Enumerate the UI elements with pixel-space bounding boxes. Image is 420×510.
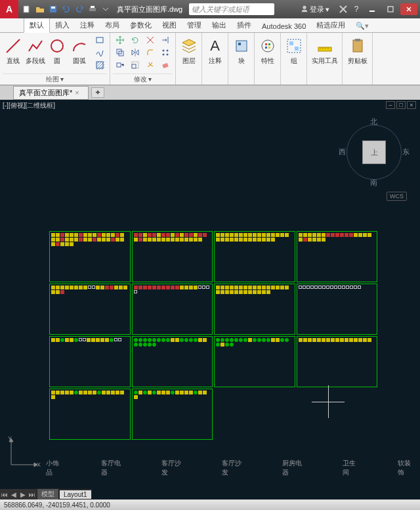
extend-icon[interactable] (158, 34, 173, 46)
layout-next-icon[interactable]: ▶ (18, 490, 28, 499)
new-icon[interactable] (21, 3, 33, 15)
text-button[interactable]: A注释 (205, 34, 225, 66)
layout1-tab[interactable]: Layout1 (59, 490, 92, 499)
tab-manage[interactable]: 管理 (182, 18, 207, 32)
app-logo[interactable]: A (0, 0, 18, 18)
panel-label-draw[interactable]: 绘图 ▾ (3, 74, 107, 85)
polyline-icon (26, 37, 45, 55)
svg-rect-20 (132, 62, 138, 68)
paste-button[interactable]: 剪贴板 (345, 34, 369, 66)
viewcube-face[interactable]: 上 (362, 140, 386, 164)
library-cell[interactable] (297, 336, 378, 387)
rectangle-icon[interactable] (93, 34, 107, 46)
group-icon (285, 37, 303, 55)
layer-button[interactable]: 图层 (178, 34, 199, 66)
fillet-icon[interactable] (143, 47, 158, 58)
category-label: 厨房电器 (282, 459, 303, 477)
viewcube-south[interactable]: 南 (370, 178, 377, 188)
trim-icon[interactable] (143, 34, 158, 46)
block-button[interactable]: 块 (231, 34, 251, 66)
svg-rect-6 (369, 11, 375, 12)
tab-insert[interactable]: 插入 (50, 18, 75, 32)
tab-default[interactable]: 默认 (24, 18, 50, 33)
library-cell[interactable] (132, 231, 213, 282)
utility-button[interactable]: 实用工具 (310, 34, 339, 66)
vp-maximize-icon[interactable]: □ (396, 101, 406, 109)
viewport-label[interactable]: [-][俯视][二维线框] (3, 101, 55, 110)
stretch-icon[interactable] (113, 59, 127, 71)
viewcube-west[interactable]: 西 (339, 147, 346, 157)
tab-parametric[interactable]: 参数化 (125, 18, 157, 32)
explode-icon[interactable] (143, 59, 158, 71)
hatch-icon[interactable] (93, 59, 107, 71)
scale-icon[interactable] (128, 59, 142, 71)
vp-minimize-icon[interactable]: – (386, 101, 395, 109)
close-button[interactable] (400, 3, 417, 15)
close-icon[interactable]: × (75, 89, 83, 96)
library-cell[interactable] (132, 336, 213, 387)
copy-icon[interactable] (113, 47, 127, 58)
polyline-button[interactable]: 多段线 (25, 34, 46, 66)
panel-label-modify[interactable]: 修改 ▾ (113, 74, 173, 85)
move-icon[interactable] (113, 34, 127, 46)
tab-plugins[interactable]: 插件 (232, 18, 257, 32)
print-icon[interactable] (87, 3, 98, 15)
maximize-button[interactable] (382, 3, 399, 15)
mirror-icon[interactable] (128, 47, 142, 58)
spline-icon[interactable] (93, 47, 107, 58)
library-cell[interactable] (297, 231, 378, 282)
help-icon[interactable]: ? (350, 3, 362, 15)
minimize-button[interactable] (364, 3, 381, 15)
document-tab[interactable]: 真平面立面图库* × (13, 86, 89, 100)
layout-prev-icon[interactable]: ◀ (9, 490, 18, 499)
svg-rect-19 (132, 64, 136, 68)
properties-button[interactable]: 特性 (257, 34, 278, 66)
library-cell[interactable] (214, 336, 295, 387)
library-cell[interactable] (214, 284, 295, 335)
group-button[interactable]: 组 (284, 34, 304, 66)
exchange-icon[interactable] (337, 3, 349, 15)
library-cell[interactable] (49, 284, 131, 335)
rotate-icon[interactable] (128, 34, 142, 46)
model-viewport[interactable]: [-][俯视][二维线框] – □ × 上 北 南 西 东 WCS Y (0, 100, 420, 490)
viewcube-east[interactable]: 东 (402, 147, 410, 157)
library-cell[interactable] (214, 231, 295, 282)
tab-search-icon[interactable]: 🔍▾ (350, 20, 374, 32)
category-label: 小饰品 (46, 459, 62, 477)
tab-view[interactable]: 视图 (157, 18, 182, 32)
circle-button[interactable]: 圆 (47, 34, 68, 66)
help-search-input[interactable]: 键入关键字或短语 (189, 3, 274, 15)
tab-featured[interactable]: 精选应用 (311, 18, 350, 32)
clipboard-icon (348, 37, 367, 55)
library-cell[interactable] (49, 336, 131, 387)
properties-icon (259, 37, 277, 55)
library-cell[interactable] (49, 231, 131, 282)
layout-first-icon[interactable]: ⏮ (0, 490, 9, 499)
tab-output[interactable]: 输出 (207, 18, 232, 32)
line-button[interactable]: 直线 (3, 34, 24, 66)
library-cell[interactable] (49, 389, 131, 440)
library-cell[interactable] (132, 389, 213, 440)
erase-icon[interactable] (158, 59, 173, 71)
vp-close-icon[interactable]: × (407, 101, 416, 109)
tab-layout[interactable]: 布局 (100, 18, 125, 32)
viewcube[interactable]: 上 北 南 西 东 (341, 119, 407, 185)
undo-icon[interactable] (60, 3, 72, 15)
login-area[interactable]: 登录 ▾ (301, 5, 329, 14)
layout-last-icon[interactable]: ⏭ (28, 490, 37, 499)
qat-dropdown-icon[interactable] (100, 3, 112, 15)
model-tab[interactable]: 模型 (37, 488, 59, 500)
viewcube-north[interactable]: 北 (370, 117, 377, 127)
tab-a360[interactable]: Autodesk 360 (257, 20, 311, 32)
array-icon[interactable] (158, 47, 173, 58)
library-cell[interactable] (132, 284, 213, 335)
svg-point-15 (167, 50, 169, 52)
arc-button[interactable]: 圆弧 (69, 34, 90, 66)
open-icon[interactable] (34, 3, 46, 15)
redo-icon[interactable] (74, 3, 85, 15)
wcs-label[interactable]: WCS (387, 192, 407, 201)
save-icon[interactable] (47, 3, 59, 15)
tab-annotate[interactable]: 注释 (75, 18, 100, 32)
new-tab-button[interactable]: ✦ (91, 87, 104, 98)
library-cell[interactable] (297, 284, 378, 335)
